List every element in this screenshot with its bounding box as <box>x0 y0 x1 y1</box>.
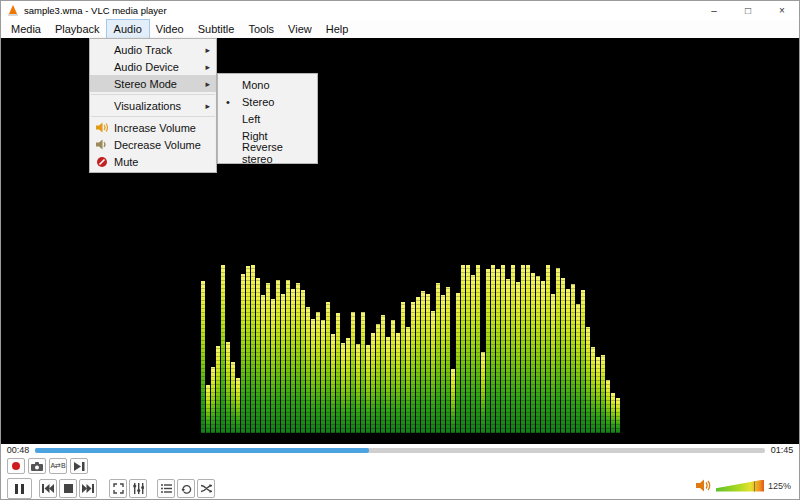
spectrum-bar <box>556 268 560 433</box>
menu-item-visualizations[interactable]: Visualizations ▸ <box>90 97 216 114</box>
ab-loop-button[interactable]: A⇄B <box>49 458 67 474</box>
spectrum-bar <box>221 265 225 433</box>
spectrum-bar <box>386 337 390 433</box>
spectrum-bar <box>321 320 325 433</box>
menu-item-mute[interactable]: Mute <box>90 153 216 170</box>
spectrum-bar <box>571 284 575 433</box>
spectrum-bar <box>461 265 465 433</box>
submenu-item-label: Left <box>242 113 260 125</box>
spectrum-bar <box>456 293 460 433</box>
equalizer-button[interactable] <box>129 479 147 498</box>
spectrum-bar <box>466 265 470 433</box>
record-icon <box>12 462 20 470</box>
spectrum-bar <box>506 279 510 433</box>
spectrum-bar <box>546 265 550 433</box>
menu-item-increase-volume[interactable]: Increase Volume <box>90 119 216 136</box>
spectrum-bar <box>361 312 365 433</box>
stop-icon <box>64 484 73 493</box>
spectrum-bar <box>291 289 295 433</box>
submenu-arrow-icon: ▸ <box>205 79 210 89</box>
submenu-item-stereo[interactable]: • Stereo <box>218 93 317 110</box>
shuffle-button[interactable] <box>197 479 215 498</box>
submenu-item-label: Stereo <box>242 96 274 108</box>
spectrum-bar <box>421 291 425 433</box>
spectrum-bar <box>531 273 535 433</box>
menu-media[interactable]: Media <box>4 20 48 38</box>
menu-video[interactable]: Video <box>149 20 191 38</box>
spectrum-bar <box>476 265 480 433</box>
stop-button[interactable] <box>59 479 77 498</box>
menu-help[interactable]: Help <box>319 20 356 38</box>
menu-item-decrease-volume[interactable]: Decrease Volume <box>90 136 216 153</box>
spectrum-bar <box>271 299 275 433</box>
menu-item-label: Mute <box>114 156 138 168</box>
menu-item-label: Audio Device <box>114 61 179 73</box>
next-icon <box>82 484 94 493</box>
menu-item-audio-device[interactable]: Audio Device ▸ <box>90 58 216 75</box>
previous-button[interactable] <box>39 479 57 498</box>
spectrum-bar <box>356 344 360 433</box>
menu-view[interactable]: View <box>281 20 319 38</box>
submenu-arrow-icon: ▸ <box>205 62 210 72</box>
record-button[interactable] <box>7 458 25 474</box>
spectrum-bar <box>331 334 335 433</box>
volume-100-marker <box>754 480 755 492</box>
close-button[interactable]: × <box>765 1 799 20</box>
menu-item-label: Stereo Mode <box>114 78 177 90</box>
spectrum-bar <box>526 265 530 433</box>
menu-playback[interactable]: Playback <box>48 20 107 38</box>
spectrum-bar <box>366 345 370 433</box>
minimize-button[interactable]: – <box>697 1 731 20</box>
ab-loop-icon: A⇄B <box>50 462 65 470</box>
spectrum-bar <box>401 302 405 433</box>
pause-button[interactable] <box>7 478 32 499</box>
seek-progress <box>35 448 369 453</box>
spectrum-bar <box>406 327 410 433</box>
maximize-button[interactable]: □ <box>731 1 765 20</box>
spectrum-bar <box>371 333 375 433</box>
menu-audio[interactable]: Audio <box>107 20 149 38</box>
submenu-item-left[interactable]: Left <box>218 110 317 127</box>
next-button[interactable] <box>79 479 97 498</box>
fullscreen-button[interactable] <box>109 479 127 498</box>
volume-up-icon <box>94 121 110 135</box>
spectrum-bar <box>206 385 210 433</box>
volume-slider[interactable] <box>716 480 764 492</box>
playlist-icon <box>161 484 172 493</box>
menu-subtitle[interactable]: Subtitle <box>191 20 242 38</box>
menu-item-audio-track[interactable]: Audio Track ▸ <box>90 41 216 58</box>
submenu-item-reverse-stereo[interactable]: Reverse stereo <box>218 144 317 161</box>
spectrum-bar <box>266 283 270 433</box>
spectrum-bar <box>491 265 495 433</box>
submenu-item-mono[interactable]: Mono <box>218 76 317 93</box>
submenu-item-label: Reverse stereo <box>242 141 309 165</box>
spectrum-bar <box>306 307 310 433</box>
speaker-icon[interactable] <box>696 479 712 492</box>
menu-item-stereo-mode[interactable]: Stereo Mode ▸ <box>90 75 216 92</box>
seek-bar[interactable] <box>35 448 765 453</box>
radio-selected-icon: • <box>226 96 230 108</box>
previous-icon <box>42 484 54 493</box>
menu-item-label: Visualizations <box>114 100 181 112</box>
volume-value: 125% <box>768 481 791 491</box>
submenu-item-label: Mono <box>242 79 270 91</box>
spectrum-bar <box>231 362 235 433</box>
loop-button[interactable] <box>177 479 195 498</box>
spectrum-bar <box>336 313 340 433</box>
spectrum-bar <box>581 290 585 433</box>
snapshot-button[interactable] <box>28 458 46 474</box>
menu-tools[interactable]: Tools <box>241 20 281 38</box>
playlist-button[interactable] <box>157 479 175 498</box>
frame-by-frame-button[interactable] <box>70 458 88 474</box>
spectrum-bar <box>216 346 220 433</box>
menu-item-label: Decrease Volume <box>114 139 201 151</box>
vlc-logo-icon <box>8 5 18 16</box>
spectrum-bar <box>601 355 605 433</box>
spectrum-bar <box>341 343 345 433</box>
spectrum-bar <box>576 304 580 433</box>
spectrum-bar <box>606 380 610 433</box>
spectrum-bar <box>376 324 380 433</box>
spectrum-bar <box>286 280 290 433</box>
spectrum-bar <box>211 367 215 433</box>
vlc-window: sample3.wma - VLC media player – □ × Med… <box>0 0 800 500</box>
